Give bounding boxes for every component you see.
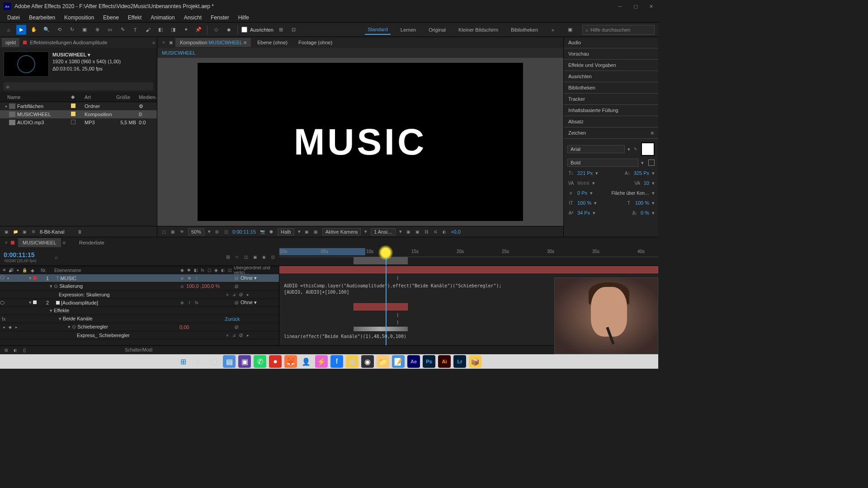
project-search-input[interactable]: ⌕ bbox=[4, 82, 153, 90]
frame-blend-icon[interactable]: ▣ bbox=[252, 254, 258, 260]
orbit-tool-icon[interactable]: ⟲ bbox=[54, 25, 64, 35]
composition-thumbnail[interactable] bbox=[4, 52, 49, 77]
panel-tracker[interactable]: Tracker bbox=[564, 94, 658, 105]
motion-blur-icon[interactable]: ◉ bbox=[261, 254, 267, 260]
tsume-value[interactable]: 0 % bbox=[641, 210, 649, 216]
windows-start-icon[interactable]: ⊞ bbox=[177, 355, 189, 368]
panel-toggle-icon[interactable]: ▣ bbox=[565, 25, 575, 35]
label-col-icon[interactable]: ◆ bbox=[27, 268, 41, 273]
workspace-kleiner[interactable]: Kleiner Bildschirm bbox=[456, 25, 501, 34]
add-key-icon[interactable]: ◆ bbox=[7, 324, 13, 330]
channel-icon[interactable]: ⬣ bbox=[269, 229, 274, 235]
brush-tool-icon[interactable]: 🖌 bbox=[143, 25, 153, 35]
views-dropdown[interactable]: 1 Ansi… bbox=[371, 228, 396, 235]
3d-col-icon[interactable]: ◫ bbox=[227, 267, 232, 273]
draft3d-icon[interactable]: ♲ bbox=[234, 254, 240, 260]
pickwhip-icon[interactable]: @ bbox=[234, 284, 239, 289]
whatsapp-icon[interactable]: ✆ bbox=[254, 355, 266, 368]
snap-icon[interactable]: ◇ bbox=[211, 25, 221, 35]
grid-toggle-icon[interactable]: ◫ bbox=[223, 229, 229, 235]
selection-tool-icon[interactable]: ▶ bbox=[16, 25, 26, 35]
panel-vorschau[interactable]: Vorschau bbox=[564, 48, 658, 60]
stroke-color-swatch[interactable] bbox=[648, 160, 655, 166]
graph-editor-icon[interactable]: ⊡ bbox=[270, 254, 276, 260]
camera-dropdown[interactable]: Aktive Kamera bbox=[322, 228, 361, 235]
project-row[interactable]: ▸ Farbflächen Ordner ⚙ bbox=[0, 102, 157, 110]
pickwhip-icon[interactable]: @ bbox=[238, 333, 244, 338]
help-search-input[interactable]: ⌕ Hilfe durchsuchen bbox=[582, 25, 655, 35]
visibility-toggle[interactable] bbox=[0, 301, 5, 305]
frame-blend-toggle-icon[interactable]: ◐ bbox=[13, 347, 18, 353]
obs-icon[interactable]: ◉ bbox=[361, 355, 374, 368]
solo-col-icon[interactable]: ● bbox=[15, 267, 21, 273]
tracking-value[interactable]: 10 bbox=[644, 180, 649, 186]
frame-col-icon[interactable]: ▢ bbox=[207, 267, 212, 273]
layer-row[interactable]: ● ▾ 1 T MUSIC ⊕✱/ @ Ohne ▾ bbox=[0, 274, 279, 282]
anchor-tool-icon[interactable]: ⊕ bbox=[92, 25, 102, 35]
col-size[interactable]: Größe bbox=[116, 94, 139, 100]
firefox-icon[interactable]: 🦊 bbox=[284, 355, 297, 368]
workspace-more-icon[interactable]: » bbox=[548, 25, 558, 35]
mask-icon[interactable]: ▢ bbox=[161, 229, 166, 235]
menu-effekt[interactable]: Effekt bbox=[124, 14, 145, 22]
hand-tool-icon[interactable]: ✋ bbox=[29, 25, 39, 35]
expression-row[interactable]: Express_ Schieberegler ≡ ⊿ @ ▸ bbox=[0, 331, 279, 339]
toggle-switches-icon[interactable]: ⊞ bbox=[4, 347, 9, 353]
camera-tool-icon[interactable]: ▣ bbox=[80, 25, 90, 35]
lock-col-icon[interactable]: 🔒 bbox=[22, 267, 27, 273]
comp-breadcrumb[interactable]: MUSICWHEEL bbox=[157, 48, 563, 58]
rotate-tool-icon[interactable]: ↻ bbox=[67, 25, 77, 35]
messenger-icon[interactable]: ⚡ bbox=[315, 355, 328, 368]
zoom-dropdown[interactable]: 50% bbox=[188, 228, 204, 235]
stamp-tool-icon[interactable]: ◧ bbox=[156, 25, 165, 35]
close-button[interactable]: ✕ bbox=[647, 3, 655, 10]
workspace-bibliotheken[interactable]: Bibliotheken bbox=[508, 25, 541, 34]
flowchart-icon[interactable]: ⑆ bbox=[433, 229, 438, 235]
pen-tool-icon[interactable]: ✎ bbox=[118, 25, 127, 35]
explorer-icon[interactable]: ▤ bbox=[223, 355, 236, 368]
panel-bibliotheken[interactable]: Bibliotheken bbox=[564, 82, 658, 94]
expr-lang-icon[interactable]: ▸ bbox=[245, 292, 250, 297]
property-row[interactable]: fx ▾ Beide Kanäle Zurück bbox=[0, 315, 279, 323]
app-icon[interactable]: ▣ bbox=[346, 355, 359, 368]
leading-value[interactable]: 325 Px bbox=[634, 170, 649, 176]
menu-animation[interactable]: Animation bbox=[147, 14, 178, 22]
kerning-value[interactable]: Metrik bbox=[577, 181, 590, 186]
graph-icon[interactable]: ⊿ bbox=[231, 292, 237, 297]
zoom-tool-icon[interactable]: 🔍 bbox=[42, 25, 52, 35]
timeline-search-icon[interactable]: ⌕ bbox=[55, 254, 58, 260]
after-effects-icon[interactable]: Ae bbox=[407, 355, 420, 368]
expand-icon[interactable]: ▸ bbox=[4, 103, 9, 109]
baseline-value[interactable]: 34 Px bbox=[577, 210, 590, 216]
menu-ebene[interactable]: Ebene bbox=[99, 14, 123, 22]
ausrichten-checkbox[interactable] bbox=[241, 27, 247, 33]
label-color-icon[interactable] bbox=[71, 120, 75, 124]
shape-tool-icon[interactable]: ▭ bbox=[105, 25, 115, 35]
stroke-mode-dropdown[interactable]: Fläche über Kon… bbox=[612, 191, 649, 196]
project-row[interactable]: MUSICWHEEL Komposition 0: bbox=[0, 110, 157, 118]
minimize-button[interactable]: ─ bbox=[617, 3, 624, 10]
layer-bar[interactable] bbox=[354, 303, 408, 310]
pickwhip-icon[interactable]: @ bbox=[238, 292, 244, 297]
workspace-standard[interactable]: Standard bbox=[365, 25, 391, 35]
tab-effect-settings[interactable]: Effekteinstellungen Audioamplitude bbox=[19, 38, 111, 47]
adj-col-icon[interactable]: ◐ bbox=[220, 267, 226, 273]
reset-exposure-icon[interactable]: ◐ bbox=[442, 229, 447, 235]
app-icon[interactable]: 👤 bbox=[300, 355, 312, 368]
home-icon[interactable]: ⌂ bbox=[4, 25, 14, 35]
panel-ausrichten[interactable]: Ausrichten bbox=[564, 71, 658, 82]
menu-hilfe[interactable]: Hilfe bbox=[235, 14, 253, 22]
illustrator-icon[interactable]: Ai bbox=[438, 355, 451, 368]
workspace-original[interactable]: Original bbox=[426, 25, 448, 34]
transparency-icon[interactable]: ▦ bbox=[170, 229, 175, 235]
stroke-width-value[interactable]: 0 Px bbox=[577, 190, 587, 196]
col-media[interactable]: Medien- bbox=[139, 94, 157, 100]
menu-bearbeiten[interactable]: Bearbeiten bbox=[25, 14, 59, 22]
audio-col-icon[interactable]: 🔊 bbox=[9, 267, 14, 273]
panel-audio[interactable]: Audio bbox=[564, 37, 658, 48]
current-time-display[interactable]: 0:00:11:15 bbox=[232, 229, 256, 235]
new-folder-icon[interactable]: 📁 bbox=[13, 229, 18, 235]
preview-area[interactable] bbox=[354, 257, 408, 264]
hscale-value[interactable]: 100 % bbox=[635, 200, 649, 206]
col-name[interactable]: Name bbox=[0, 94, 71, 100]
